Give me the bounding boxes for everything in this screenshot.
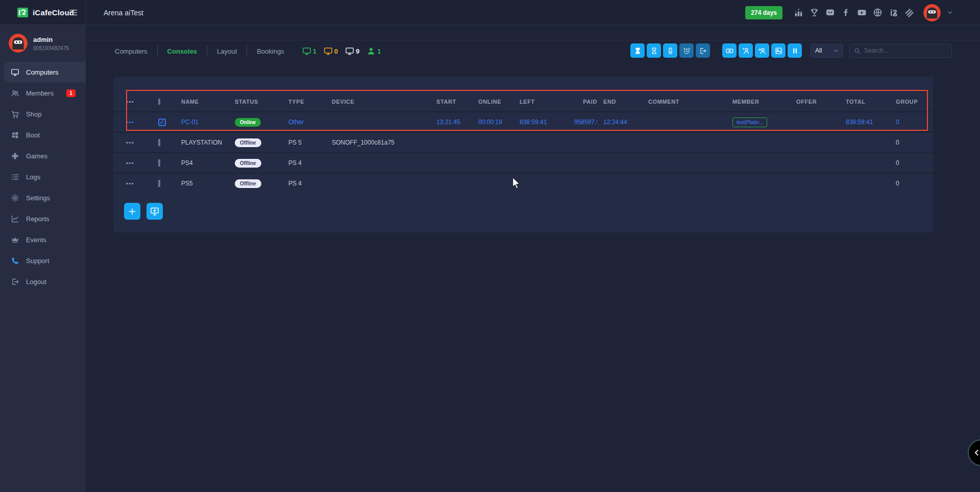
- icafecloud-icon[interactable]: [889, 8, 898, 17]
- row-actions-button[interactable]: •••: [126, 180, 134, 186]
- row-checkbox[interactable]: [158, 180, 160, 187]
- pause-button[interactable]: [788, 43, 802, 58]
- windows-icon: [11, 131, 19, 139]
- member-badge[interactable]: test|Platin...: [732, 118, 767, 127]
- row-checkbox[interactable]: ✓: [158, 119, 166, 126]
- leaderboard-icon[interactable]: [794, 8, 803, 17]
- table-row[interactable]: •••PS5OfflinePS 40: [113, 173, 940, 193]
- pause-icon: [791, 47, 799, 55]
- select-all-checkbox[interactable]: [158, 99, 160, 105]
- set-time-button[interactable]: [647, 43, 661, 58]
- column-header-device: DEVICE: [332, 99, 436, 105]
- table-header-row: •••NAMESTATUSTYPEDEVICESTARTONLINELEFTPA…: [113, 92, 940, 111]
- payment-button[interactable]: [722, 43, 737, 58]
- hourglass-icon: [650, 47, 658, 55]
- console-toolbar: All: [628, 43, 952, 58]
- add-device-button[interactable]: [146, 203, 163, 220]
- status-badge: Offline: [235, 138, 261, 147]
- alarm-button[interactable]: [679, 43, 694, 58]
- sidebar-item-shop[interactable]: Shop: [4, 104, 86, 124]
- sidebar-item-label: Boot: [26, 131, 40, 139]
- user-avatar[interactable]: [923, 4, 941, 21]
- page-title: Arena aiTest: [104, 0, 143, 25]
- search-input[interactable]: [864, 47, 947, 54]
- row-actions-button[interactable]: •••: [126, 139, 134, 146]
- row-checkbox-cell: [158, 159, 181, 167]
- sidebar-item-boot[interactable]: Boot: [4, 125, 86, 145]
- tab-bookings[interactable]: Bookings: [247, 48, 293, 55]
- table-footer-buttons: [124, 203, 163, 220]
- license-days-badge[interactable]: 274 days: [745, 6, 782, 19]
- trophy-icon[interactable]: [810, 8, 819, 17]
- row-checkbox-cell: [158, 180, 181, 187]
- monitor-plus-icon: [150, 207, 159, 216]
- counter-value: 1: [313, 48, 316, 55]
- column-header-start: START: [436, 99, 478, 105]
- sidebar-item-games[interactable]: Games: [4, 146, 86, 166]
- monitor-icon: [345, 46, 354, 56]
- row-checkbox[interactable]: [158, 159, 160, 167]
- sidebar-item-label: Settings: [26, 194, 50, 202]
- sidebar-item-label: Reports: [26, 215, 50, 223]
- tab-layout[interactable]: Layout: [207, 48, 247, 55]
- counter-value: 1: [377, 48, 381, 55]
- cell-paid: 958597.96: [574, 119, 597, 126]
- table-row[interactable]: •••✓PC-01OnlineOther13:21:4500:00:19838:…: [113, 111, 940, 132]
- column-header-group: GROUP: [896, 99, 927, 105]
- column-header-paid: PAID: [574, 99, 597, 105]
- sidebar-item-label: Members: [26, 89, 54, 97]
- sidebar-item-label: Games: [26, 152, 47, 160]
- add-console-button[interactable]: [124, 203, 140, 220]
- battery-icon: [667, 47, 674, 55]
- online-members-counter: 1: [366, 46, 381, 56]
- sidebar-item-reports[interactable]: Reports: [4, 208, 86, 229]
- table-row[interactable]: •••PS4OfflinePS 40: [113, 152, 940, 173]
- cell-group: 0: [896, 139, 927, 146]
- facebook-icon[interactable]: [841, 8, 851, 17]
- cell-name: PS5: [181, 180, 235, 187]
- website-icon[interactable]: [873, 8, 883, 17]
- table-row[interactable]: •••PLAYSTATIONOfflinePS 5SONOFF_1000c81a…: [113, 132, 940, 152]
- tab-computers[interactable]: Computers: [115, 48, 157, 55]
- sidebar-item-logout[interactable]: Logout: [4, 271, 86, 292]
- brand-name: iCafeCloud: [33, 8, 74, 17]
- sidebar-item-events[interactable]: Events: [4, 229, 86, 250]
- image-frame-icon: [775, 47, 782, 55]
- notification-badge: 1: [66, 89, 76, 97]
- cell-type: PS 4: [288, 159, 332, 167]
- consoles-table: •••NAMESTATUSTYPEDEVICESTARTONLINELEFTPA…: [113, 92, 940, 193]
- person-star-icon: [742, 47, 750, 55]
- sidebar-item-settings[interactable]: Settings: [4, 188, 86, 208]
- add-time-button[interactable]: [630, 43, 645, 58]
- content-divider: [86, 40, 980, 40]
- chevron-down-icon[interactable]: [947, 9, 953, 16]
- sidebar-item-members[interactable]: Members1: [4, 83, 86, 103]
- guest-member-button[interactable]: [739, 43, 753, 58]
- sidebar-user: admin 005193482475: [0, 25, 86, 60]
- counter-value: 0: [334, 48, 338, 55]
- youtube-icon[interactable]: [857, 8, 867, 17]
- tab-consoles[interactable]: Consoles: [158, 48, 207, 55]
- row-actions-button[interactable]: •••: [126, 99, 134, 105]
- row-actions-button[interactable]: •••: [126, 119, 134, 125]
- checkout-button[interactable]: [696, 43, 710, 58]
- filter-select[interactable]: All: [811, 44, 843, 58]
- sidebar-item-support[interactable]: Support: [4, 250, 86, 271]
- monitor-icon: [324, 46, 333, 56]
- cell-status: Online: [235, 118, 288, 127]
- row-checkbox[interactable]: [158, 139, 160, 146]
- menu-icon[interactable]: [68, 8, 78, 17]
- sidebar-item-logs[interactable]: Logs: [4, 167, 86, 187]
- layers-icon[interactable]: [904, 8, 914, 17]
- column-header-type: TYPE: [288, 99, 332, 105]
- sidebar-item-computers[interactable]: Computers: [4, 62, 86, 82]
- row-actions-button[interactable]: •••: [126, 160, 134, 166]
- row-actions-cell: •••: [126, 159, 158, 167]
- phone-icon: [11, 256, 19, 265]
- monitor-icon: [302, 46, 311, 56]
- battery-button[interactable]: [663, 43, 677, 58]
- add-member-button[interactable]: [755, 43, 769, 58]
- status-badge: Online: [235, 118, 261, 127]
- screenshot-button[interactable]: [771, 43, 786, 58]
- discord-icon[interactable]: [825, 8, 835, 17]
